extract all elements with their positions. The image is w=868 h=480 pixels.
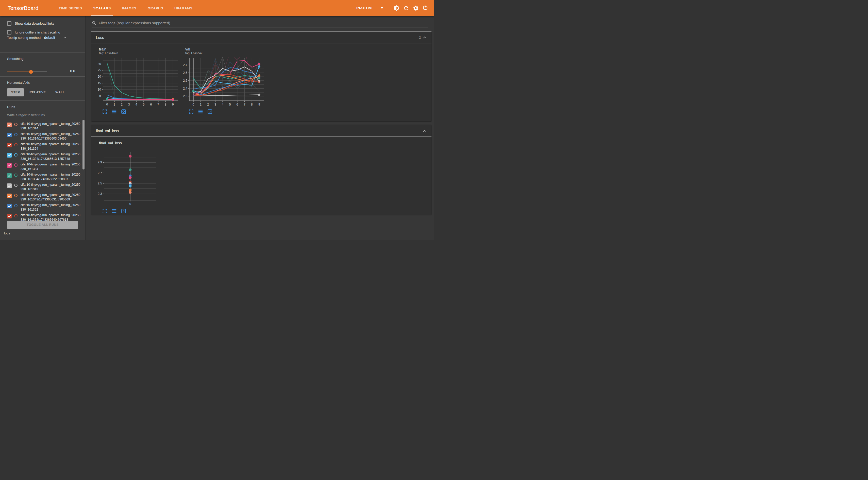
- fit-domain-icon[interactable]: [207, 109, 213, 115]
- chart-toolbar: [188, 109, 267, 115]
- smoothing-value-field[interactable]: 0.6: [66, 69, 79, 74]
- data-table-icon[interactable]: [112, 208, 117, 214]
- run-checkbox[interactable]: [7, 214, 12, 218]
- expand-chart-icon[interactable]: [102, 208, 107, 214]
- run-list-item[interactable]: cifar10-tinyvgg-run_hparam_tuning_202503…: [7, 162, 81, 171]
- checkbox-label: Ignore outliers in chart scaling: [15, 30, 60, 34]
- smoothing-slider[interactable]: [7, 71, 47, 72]
- run-radio[interactable]: [14, 173, 18, 177]
- run-list-item[interactable]: cifar10-tinyvgg-run_hparam_tuning_202503…: [7, 132, 81, 141]
- runs-scrollbar[interactable]: [83, 120, 85, 169]
- refresh-icon[interactable]: [403, 5, 409, 11]
- svg-text:6: 6: [150, 103, 152, 106]
- svg-text:0: 0: [129, 202, 131, 206]
- tab-images[interactable]: IMAGES: [117, 0, 142, 16]
- tab-time-series[interactable]: TIME SERIES: [53, 0, 88, 16]
- show-download-links-checkbox[interactable]: Show data download links: [7, 21, 54, 26]
- run-radio[interactable]: [14, 143, 18, 147]
- runs-filter-input[interactable]: Write a regex to filter runs: [7, 113, 78, 119]
- svg-text:2.9: 2.9: [98, 161, 102, 164]
- section-title: final_val_loss: [96, 129, 119, 133]
- run-radio[interactable]: [14, 214, 18, 217]
- fit-domain-icon[interactable]: [121, 208, 126, 214]
- tooltip-sorting-row: Tooltip sorting method: default: [7, 35, 66, 41]
- run-checkbox[interactable]: [7, 133, 12, 137]
- final-val-loss-scatter-chart[interactable]: 02.32.52.72.9: [96, 150, 180, 208]
- run-radio[interactable]: [14, 153, 18, 157]
- loss-section-header[interactable]: Loss 2: [91, 32, 431, 43]
- run-label: cifar10-tinyvgg-run_hparam_tuning_202503…: [21, 172, 81, 182]
- tab-graphs[interactable]: GRAPHS: [142, 0, 169, 16]
- run-checkbox[interactable]: [7, 153, 12, 158]
- svg-text:5: 5: [229, 103, 231, 106]
- chart-subtitle: [99, 146, 180, 149]
- logs-footer: logs: [4, 231, 10, 235]
- axis-option-wall[interactable]: WALL: [51, 88, 69, 96]
- chart-subtitle: tag: Loss/train: [99, 52, 180, 55]
- run-checkbox[interactable]: [7, 184, 12, 188]
- chart-loss-val[interactable]: val tag: Loss/val 01234567892.32.42.52.6…: [183, 43, 267, 115]
- chevron-up-icon: [422, 35, 427, 40]
- run-list-item[interactable]: cifar10-tinyvgg-run_hparam_tuning_202503…: [7, 203, 81, 212]
- svg-text:0: 0: [193, 103, 194, 106]
- train-line-chart[interactable]: 012345678951015202530: [96, 56, 180, 108]
- axis-option-relative[interactable]: RELATIVE: [25, 88, 50, 96]
- smoothing-label: Smoothing: [7, 57, 24, 61]
- data-table-icon[interactable]: [112, 109, 117, 115]
- horizontal-axis-buttons: STEPRELATIVEWALL: [7, 88, 70, 96]
- run-label: cifar10-tinyvgg-run_hparam_tuning_202503…: [21, 142, 81, 151]
- run-radio[interactable]: [14, 133, 18, 136]
- run-checkbox[interactable]: [7, 143, 12, 148]
- tensorboard-app: { "header": { "logo": "TensorBoard", "ta…: [0, 0, 434, 240]
- svg-text:2.7: 2.7: [98, 171, 102, 175]
- run-label: cifar10-tinyvgg-run_hparam_tuning_202503…: [21, 132, 81, 141]
- run-checkbox[interactable]: [7, 173, 12, 178]
- tab-hparams[interactable]: HPARAMS: [169, 0, 198, 16]
- run-checkbox[interactable]: [7, 194, 12, 198]
- fit-domain-icon[interactable]: [121, 109, 126, 115]
- data-table-icon[interactable]: [198, 109, 203, 115]
- axis-option-step[interactable]: STEP: [7, 88, 24, 96]
- tab-scalars[interactable]: SCALARS: [88, 0, 116, 16]
- filter-tags-input[interactable]: Filter tags (regular expressions support…: [92, 19, 428, 27]
- run-list-item[interactable]: cifar10-tinyvgg-run_hparam_tuning_202503…: [7, 122, 81, 131]
- run-radio[interactable]: [14, 194, 18, 197]
- brightness-icon[interactable]: [393, 5, 400, 11]
- status-dropdown[interactable]: INACTIVE: [356, 3, 383, 13]
- run-radio[interactable]: [14, 184, 18, 187]
- run-list-item[interactable]: cifar10-tinyvgg-run_hparam_tuning_202503…: [7, 152, 81, 161]
- chart-final-val-loss[interactable]: final_val_loss 02.32.52.72.9: [96, 137, 180, 214]
- run-checkbox[interactable]: [7, 163, 12, 168]
- tooltip-sorting-select[interactable]: default: [44, 35, 66, 41]
- chart-loss-train[interactable]: train tag: Loss/train 012345678951015202…: [96, 43, 180, 115]
- settings-gear-icon[interactable]: [413, 5, 419, 11]
- ignore-outliers-checkbox[interactable]: Ignore outliers in chart scaling: [7, 30, 60, 34]
- run-list-item[interactable]: cifar10-tinyvgg-run_hparam_tuning_202503…: [7, 172, 81, 182]
- toggle-all-runs-button[interactable]: TOGGLE ALL RUNS: [7, 221, 78, 229]
- expand-chart-icon[interactable]: [102, 109, 107, 115]
- svg-text:3: 3: [214, 103, 216, 106]
- final-val-loss-section-header[interactable]: final_val_loss: [91, 125, 431, 137]
- run-list-item[interactable]: cifar10-tinyvgg-run_hparam_tuning_202503…: [7, 183, 81, 192]
- run-radio[interactable]: [14, 163, 18, 167]
- checkbox-label: Show data download links: [15, 22, 54, 25]
- run-list-item[interactable]: cifar10-tinyvgg-run_hparam_tuning_202503…: [7, 142, 81, 151]
- slider-thumb[interactable]: [29, 70, 33, 73]
- run-radio[interactable]: [14, 123, 18, 126]
- expand-chart-icon[interactable]: [188, 109, 194, 115]
- run-checkbox[interactable]: [7, 123, 12, 127]
- chart-toolbar: [102, 109, 180, 115]
- chart-toolbar: [102, 208, 180, 214]
- divider: [0, 100, 85, 101]
- search-icon: [92, 21, 97, 26]
- run-list-item[interactable]: cifar10-tinyvgg-run_hparam_tuning_202503…: [7, 193, 81, 202]
- svg-text:2.3: 2.3: [98, 192, 102, 196]
- svg-text:2: 2: [121, 103, 123, 106]
- help-icon[interactable]: [422, 5, 428, 11]
- chevron-down-icon: [381, 7, 383, 9]
- chart-title: train: [99, 47, 180, 51]
- checkbox-icon: [7, 30, 11, 34]
- run-checkbox[interactable]: [7, 204, 12, 208]
- run-radio[interactable]: [14, 204, 18, 207]
- val-line-chart[interactable]: 01234567892.32.42.52.62.7: [183, 56, 267, 108]
